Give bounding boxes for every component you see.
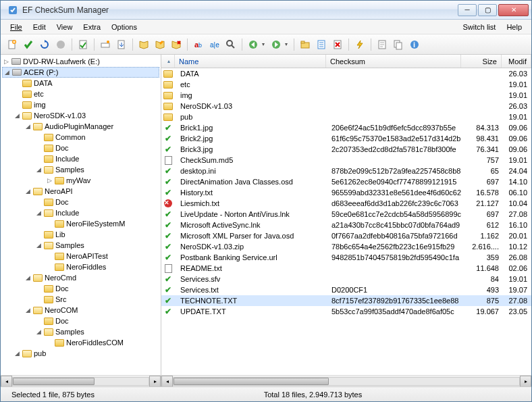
file-row[interactable]: ✔Brick1.jpg206e6f24ac51b9df6efc5dcc8937b… xyxy=(161,122,531,133)
close-button[interactable]: ✕ xyxy=(498,4,529,16)
tree-node[interactable]: img xyxy=(2,99,159,110)
file-row[interactable]: ✔TECHNOTE.TXT8cf7157ef237892b91767335c1e… xyxy=(161,295,531,306)
file-row[interactable]: ✔Postbank Banking Service.url9482851b740… xyxy=(161,252,531,263)
tree-node[interactable]: ◢NeroSDK-v1.03 xyxy=(2,110,159,121)
tree-node[interactable]: Src xyxy=(2,294,159,305)
tree-node[interactable]: ◢pub xyxy=(2,348,159,359)
file-row[interactable]: etc19.01 xyxy=(161,79,531,90)
toolbar-calc-button[interactable] xyxy=(76,37,90,52)
file-row[interactable]: README.txt11.64802.06 xyxy=(161,263,531,274)
toolbar-link-button[interactable] xyxy=(98,37,113,52)
folder-tree[interactable]: ▷DVD-RW-Laufwerk (E:)◢ACER (P:)DATAetcim… xyxy=(1,55,161,375)
toolbar-book2-button[interactable] xyxy=(153,37,167,52)
menu-options[interactable]: Options xyxy=(107,22,141,32)
file-row[interactable]: DATA26.03 xyxy=(161,68,531,79)
collapse-icon[interactable]: ◢ xyxy=(24,306,32,314)
scroll-right-button[interactable]: ▸ xyxy=(149,376,161,387)
collapse-icon[interactable]: ◢ xyxy=(24,122,32,130)
tree-node[interactable]: ▷DVD-RW-Laufwerk (E:) xyxy=(2,56,159,67)
tree-node[interactable]: NeroAPITest xyxy=(2,251,159,261)
menu-extra[interactable]: Extra xyxy=(79,22,105,32)
file-row[interactable]: ✔Services.sfv8419.01 xyxy=(161,274,531,284)
toolbar-book1-button[interactable] xyxy=(136,37,151,52)
tree-node[interactable]: Common xyxy=(2,132,159,143)
collapse-icon[interactable]: ◢ xyxy=(34,166,43,174)
tree-node[interactable]: ◢NeroCOM xyxy=(2,305,159,316)
expand-icon[interactable]: ▷ xyxy=(2,57,10,66)
scroll-left-button[interactable]: ◂ xyxy=(161,376,173,387)
col-status[interactable]: ▴ xyxy=(161,55,175,68)
toolbar-a2-button[interactable]: a|e xyxy=(207,37,222,52)
tree-node[interactable]: ◢NeroCmd xyxy=(2,272,159,283)
file-row[interactable]: ✔desktop.ini878b2e099c512b72a9fea2257458… xyxy=(161,166,531,176)
toolbar-a1-button[interactable]: ab xyxy=(191,37,206,52)
list-hscroll[interactable]: ◂ ▸ xyxy=(161,375,531,386)
toolbar-flash-button[interactable] xyxy=(352,37,367,52)
collapse-icon[interactable]: ◢ xyxy=(13,349,21,357)
tree-hscroll[interactable]: ◂ ▸ xyxy=(1,375,161,386)
menu-view[interactable]: View xyxy=(53,22,77,32)
dropdown-arrow-icon[interactable]: ▾ xyxy=(262,41,267,47)
toolbar-page-button[interactable] xyxy=(375,37,390,52)
toolbar-new-button[interactable] xyxy=(5,37,20,52)
scroll-thumb[interactable] xyxy=(13,378,95,385)
file-row[interactable]: ✕Liesmich.txtd683eeeaf6dd3d1ab226fc239c6… xyxy=(161,198,531,209)
dropdown-arrow-icon[interactable]: ▾ xyxy=(285,41,290,47)
scroll-thumb[interactable] xyxy=(174,378,329,385)
collapse-icon[interactable]: ◢ xyxy=(13,111,21,120)
toolbar-book3-button[interactable] xyxy=(169,37,184,52)
file-row[interactable]: ✔Brick3.jpg2c207353ed2cd8d2fa5781c78bf30… xyxy=(161,144,531,155)
file-row[interactable]: ✔Brick2.jpg61f6c95c75370e1583ad2e517d314… xyxy=(161,133,531,144)
tree-node[interactable]: Doc xyxy=(2,197,159,207)
tree-node[interactable]: ◢AudioPluginManager xyxy=(2,121,159,132)
minimize-button[interactable]: ─ xyxy=(458,4,477,16)
tree-node[interactable]: ◢Include xyxy=(2,207,159,218)
toolbar-export-button[interactable] xyxy=(114,37,129,52)
collapse-icon[interactable]: ◢ xyxy=(3,68,11,76)
file-row[interactable]: ✔Microsoft ActiveSync.lnka21a430b7cc8c41… xyxy=(161,220,531,230)
file-row[interactable]: ✔DirectAnimation Java Classes.osd5e61262… xyxy=(161,176,531,187)
expand-icon[interactable]: ▷ xyxy=(45,176,53,184)
menu-file[interactable]: File xyxy=(6,22,26,32)
tree-node[interactable]: DATA xyxy=(2,78,159,89)
file-row[interactable]: NeroSDK-v1.0326.03 xyxy=(161,101,531,111)
scroll-left-button[interactable]: ◂ xyxy=(1,376,12,387)
tree-node[interactable]: ◢ACER (P:) xyxy=(2,67,159,78)
menu-edit[interactable]: Edit xyxy=(29,22,50,32)
file-row[interactable]: ✔UPDATE.TXT5b53cc7a99f035addf470ade8f6af… xyxy=(161,306,531,317)
toolbar-delete-button[interactable] xyxy=(330,37,345,52)
toolbar-check-button[interactable] xyxy=(21,37,36,52)
toolbar-find-button[interactable] xyxy=(223,37,238,52)
col-name[interactable]: Name xyxy=(175,55,326,68)
tree-node[interactable]: Doc xyxy=(2,143,159,153)
collapse-icon[interactable]: ◢ xyxy=(34,328,43,336)
file-row[interactable]: ✔LiveUpdate - Norton AntiVirus.lnk59ce0e… xyxy=(161,209,531,220)
col-modified[interactable]: Modif xyxy=(502,55,531,68)
menu-switchlist[interactable]: Switch list xyxy=(458,22,500,32)
tree-node[interactable]: NeroFileSystemM xyxy=(2,218,159,229)
tree-node[interactable]: NeroFiddlesCOM xyxy=(2,337,159,348)
tree-node[interactable]: Lib xyxy=(2,229,159,240)
tree-node[interactable]: ▷myWav xyxy=(2,175,159,186)
scroll-right-button[interactable]: ▸ xyxy=(520,376,531,387)
file-row[interactable]: pub19.01 xyxy=(161,111,531,122)
collapse-icon[interactable]: ◢ xyxy=(34,209,43,217)
toolbar-folder-button[interactable] xyxy=(298,37,313,52)
tree-node[interactable]: etc xyxy=(2,89,159,99)
tree-node[interactable]: ◢Samples xyxy=(2,326,159,337)
col-size[interactable]: Size xyxy=(461,55,502,68)
file-row[interactable]: ✔Services.txtD0200CF149319.07 xyxy=(161,284,531,295)
toolbar-stop-button[interactable] xyxy=(53,37,68,52)
toolbar-copy-button[interactable] xyxy=(391,37,406,52)
toolbar-sheet-button[interactable] xyxy=(314,37,329,52)
toolbar-info-button[interactable]: i xyxy=(407,37,422,52)
file-row[interactable]: ✔Microsoft XML Parser for Java.osd0f7667… xyxy=(161,230,531,241)
file-list[interactable]: DATA26.03etc19.01img19.01NeroSDK-v1.0326… xyxy=(161,68,531,375)
titlebar[interactable]: EF CheckSum Manager ─ ▢ ✕ xyxy=(1,1,531,20)
toolbar-refresh-button[interactable] xyxy=(37,37,52,52)
toolbar-back-button[interactable] xyxy=(246,37,261,52)
menu-help[interactable]: Help xyxy=(502,22,526,32)
col-checksum[interactable]: Checksum xyxy=(326,55,461,68)
collapse-icon[interactable]: ◢ xyxy=(24,187,32,195)
file-row[interactable]: CheckSum.md575719.01 xyxy=(161,155,531,166)
